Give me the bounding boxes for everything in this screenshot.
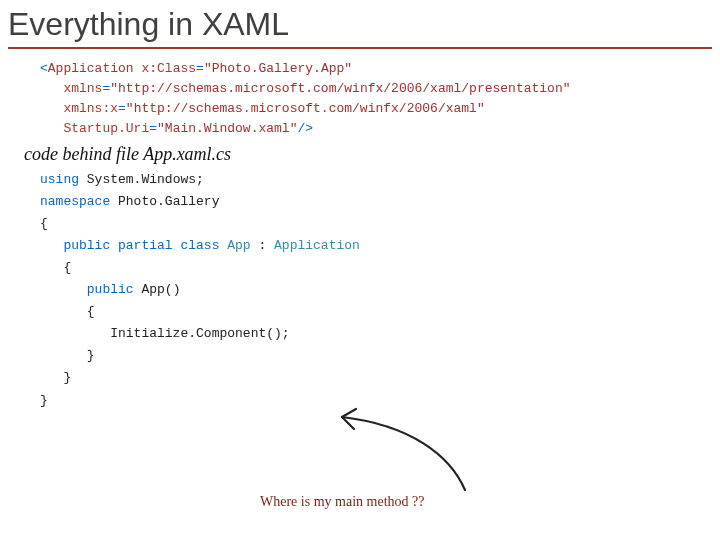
xaml-close: />: [297, 121, 313, 136]
cs-init-call: Initialize.Component();: [40, 326, 290, 341]
cs-using-ns: System.Windows: [79, 172, 196, 187]
eq: =: [196, 61, 204, 76]
xaml-attr-startupuri-val: "Main.Window.xaml": [157, 121, 297, 136]
title-divider: [8, 47, 712, 49]
cs-namespace-kw: namespace: [40, 194, 110, 209]
xaml-attr-xclass: x:Class: [134, 61, 196, 76]
brace-open: {: [40, 216, 48, 231]
xaml-attr-xmlns: xmlns: [63, 81, 102, 96]
xaml-attr-xclass-val: "Photo.Gallery.App": [204, 61, 352, 76]
csharp-code-block: using System.Windows; namespace Photo.Ga…: [0, 169, 720, 412]
colon: :: [251, 238, 274, 253]
slide-title: Everything in XAML: [0, 0, 720, 47]
xaml-attr-startupuri: Startup.Uri: [63, 121, 149, 136]
xaml-attr-xmlnsx-val: "http://schemas.microsoft.com/winfx/2006…: [126, 101, 485, 116]
xaml-open-bracket: <: [40, 61, 48, 76]
cs-ctor-mod: public: [40, 282, 134, 297]
cs-ctor-name: App(): [134, 282, 181, 297]
brace-open: {: [40, 260, 71, 275]
brace-close: }: [40, 393, 48, 408]
eq: =: [149, 121, 157, 136]
xaml-element: Application: [48, 61, 134, 76]
cs-class-mods: public partial class: [40, 238, 219, 253]
annotation-text: Where is my main method ??: [260, 494, 424, 510]
cs-namespace-name: Photo.Gallery: [110, 194, 219, 209]
cs-base-class: Application: [274, 238, 360, 253]
brace-close: }: [40, 348, 95, 363]
xaml-code-block: <Application x:Class="Photo.Gallery.App"…: [0, 59, 720, 140]
handwritten-label: code behind file App.xaml.cs: [0, 140, 720, 169]
xaml-attr-xmlns-val: "http://schemas.microsoft.com/winfx/2006…: [110, 81, 570, 96]
eq: =: [118, 101, 126, 116]
cs-using-kw: using: [40, 172, 79, 187]
xaml-attr-xmlnsx: xmlns:x: [63, 101, 118, 116]
cs-class-name: App: [219, 238, 250, 253]
brace-open: {: [40, 304, 95, 319]
semi: ;: [196, 172, 204, 187]
brace-close: }: [40, 370, 71, 385]
